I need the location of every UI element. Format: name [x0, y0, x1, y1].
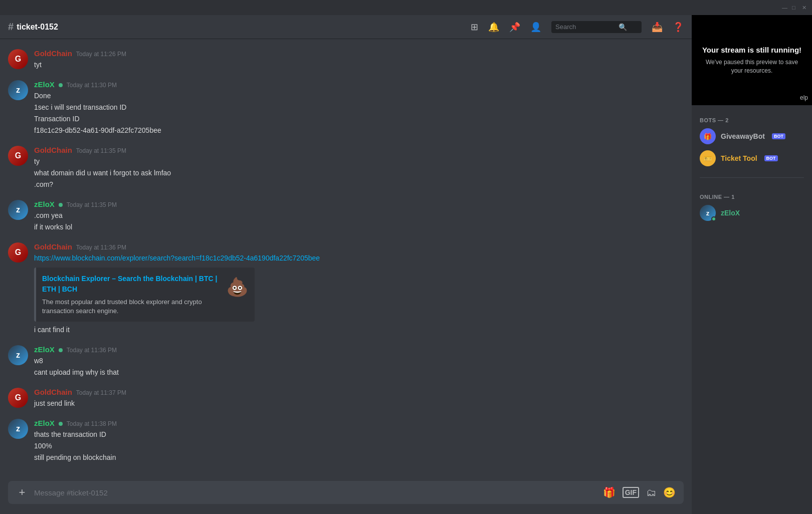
avatar: z	[8, 345, 28, 365]
members-icon[interactable]: 👤	[530, 22, 541, 33]
message-line: what domain did u want i forgot to ask l…	[34, 168, 684, 178]
app-layout: # ticket-0152 ⊞ 🔔 📌 👤 🔍 📥 ❓ G	[0, 15, 812, 514]
gif-icon[interactable]: GIF	[623, 487, 639, 498]
avatar: G	[8, 388, 28, 408]
online-indicator	[59, 348, 63, 352]
message-content: GoldChain Today at 11:37 PM just send li…	[34, 388, 684, 410]
emoji-icon[interactable]: 😊	[663, 486, 676, 498]
message-line: ty	[34, 156, 684, 167]
message-header: GoldChain Today at 11:26 PM	[34, 49, 684, 58]
message-group: G GoldChain Today at 11:36 PM https://ww…	[8, 240, 684, 338]
message-line: tyt	[34, 60, 684, 70]
bots-section: BOTS — 2 🎁 GiveawayBot BOT 🎫 Ticket Tool…	[692, 105, 812, 173]
add-attachment-button[interactable]: +	[16, 486, 28, 499]
message-header: GoldChain Today at 11:35 PM	[34, 146, 684, 154]
timestamp: Today at 11:36 PM	[67, 347, 117, 354]
message-line: if it works lol	[34, 222, 684, 232]
online-indicator	[59, 422, 63, 426]
message-line: still pending on blockchain	[34, 452, 684, 463]
message-header: zEloX Today at 11:35 PM	[34, 200, 684, 208]
message-text: Done 1sec i will send transaction ID Tra…	[34, 91, 684, 136]
message-line: w8	[34, 356, 684, 366]
search-input[interactable]	[555, 23, 616, 31]
search-icon: 🔍	[619, 23, 627, 31]
timestamp: Today at 11:30 PM	[67, 82, 117, 89]
channel-area: # ticket-0152 ⊞ 🔔 📌 👤 🔍 📥 ❓ G	[0, 15, 692, 514]
inbox-icon[interactable]: 📥	[652, 22, 663, 33]
member-name: Ticket Tool	[721, 154, 757, 162]
username: GoldChain	[34, 388, 72, 396]
avatar: 🎫	[700, 150, 716, 166]
transaction-id: f18c1c29-db52-4a61-90df-a22fc7205bee	[34, 125, 684, 136]
sidebar-item-giveawaybot[interactable]: 🎁 GiveawayBot BOT	[696, 125, 808, 147]
link-preview-title: Blockchain Explorer – Search the Blockch…	[42, 274, 220, 295]
message-group: G GoldChain Today at 11:37 PM just send …	[8, 386, 684, 412]
sidebar-divider	[700, 177, 804, 178]
link-preview-desc: The most popular and trusted block explo…	[42, 298, 220, 316]
message-text: https://www.blockchain.com/explorer/sear…	[34, 253, 684, 335]
timestamp: Today at 11:35 PM	[67, 201, 117, 208]
sidebar-item-zelox[interactable]: z zEloX	[696, 202, 808, 224]
message-line: .com?	[34, 179, 684, 190]
message-content: zEloX Today at 11:38 PM thats the transa…	[34, 419, 684, 464]
message-header: zEloX Today at 11:30 PM	[34, 80, 684, 89]
header-icons: ⊞ 🔔 📌 👤 🔍 📥 ❓	[471, 21, 684, 33]
message-group: z zEloX Today at 11:36 PM w8 cant upload…	[8, 343, 684, 381]
message-group: G GoldChain Today at 11:26 PM tyt	[8, 47, 684, 73]
username: zEloX	[34, 200, 55, 208]
right-sidebar: Your stream is still running! We've paus…	[692, 15, 812, 514]
hashtag-icon[interactable]: ⊞	[471, 22, 478, 33]
message-header: zEloX Today at 11:38 PM	[34, 419, 684, 427]
message-header: zEloX Today at 11:36 PM	[34, 345, 684, 354]
message-content: GoldChain Today at 11:26 PM tyt	[34, 49, 684, 71]
username: GoldChain	[34, 242, 72, 251]
message-header: GoldChain Today at 11:36 PM	[34, 242, 684, 251]
avatar: z	[700, 205, 716, 221]
close-button[interactable]: ✕	[802, 5, 808, 11]
message-input[interactable]	[34, 488, 597, 497]
message-content: zEloX Today at 11:35 PM .com yea if it w…	[34, 200, 684, 233]
help-icon[interactable]: ❓	[673, 22, 684, 33]
pin-icon[interactable]: 📌	[509, 22, 520, 33]
sidebar-item-tickettool[interactable]: 🎫 Ticket Tool BOT	[696, 147, 808, 169]
avatar: G	[8, 242, 28, 263]
avatar: G	[8, 49, 28, 69]
online-indicator	[59, 203, 63, 207]
bot-badge: BOT	[772, 133, 785, 139]
avatar: z	[8, 419, 28, 439]
title-bar: — □ ✕	[0, 0, 812, 15]
message-group: z zEloX Today at 11:30 PM Done 1sec i wi…	[8, 78, 684, 139]
input-icons: 🎁 GIF 🗂 😊	[603, 486, 676, 498]
message-group: z zEloX Today at 11:38 PM thats the tran…	[8, 417, 684, 466]
message-line: thats the transaction ID	[34, 429, 684, 440]
help-button[interactable]: elp	[800, 94, 808, 101]
message-line: Done	[34, 91, 684, 101]
sticker-icon[interactable]: 🗂	[646, 487, 656, 498]
member-name: zEloX	[721, 209, 740, 217]
timestamp: Today at 11:36 PM	[76, 244, 126, 251]
message-input-area: + 🎁 GIF 🗂 😊	[0, 481, 692, 514]
stream-preview: Your stream is still running! We've paus…	[692, 15, 812, 105]
avatar: G	[8, 146, 28, 166]
online-section: ONLINE — 1 z zEloX	[692, 182, 812, 228]
gift-icon[interactable]: 🎁	[603, 486, 616, 498]
stream-title: Your stream is still running!	[702, 46, 801, 54]
blockchain-link[interactable]: https://www.blockchain.com/explorer/sear…	[34, 254, 320, 262]
message-header: GoldChain Today at 11:37 PM	[34, 388, 684, 396]
message-text: w8 cant upload img why is that	[34, 356, 684, 378]
search-bar[interactable]: 🔍	[551, 21, 642, 33]
message-line: 1sec i will send transaction ID	[34, 102, 684, 113]
message-text: ty what domain did u want i forgot to as…	[34, 156, 684, 190]
bell-icon[interactable]: 🔔	[488, 22, 499, 33]
message-content: GoldChain Today at 11:36 PM https://www.…	[34, 242, 684, 336]
avatar: 🎁	[700, 128, 716, 144]
timestamp: Today at 11:38 PM	[67, 420, 117, 427]
channel-title: ticket-0152	[17, 23, 58, 32]
online-section-header: ONLINE — 1	[696, 190, 808, 202]
minimize-button[interactable]: —	[782, 5, 788, 11]
message-link-line: https://www.blockchain.com/explorer/sear…	[34, 253, 684, 264]
link-preview-content: Blockchain Explorer – Search the Blockch…	[42, 274, 220, 316]
username: zEloX	[34, 419, 55, 427]
message-text: tyt	[34, 60, 684, 70]
maximize-button[interactable]: □	[792, 5, 798, 11]
